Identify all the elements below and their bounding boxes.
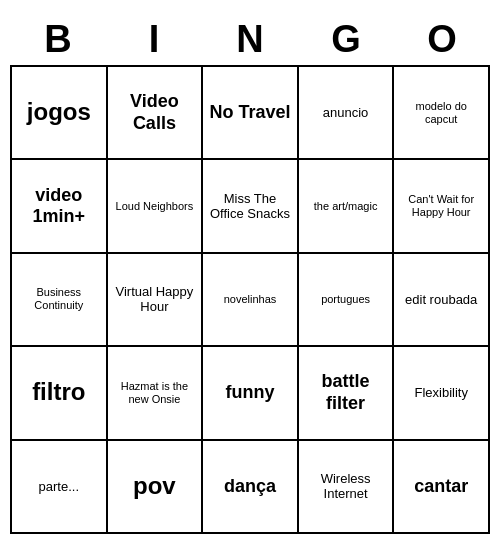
cell-4-1: pov [108,441,204,534]
cell-2-2: novelinhas [203,254,299,347]
cell-2-1: Virtual Happy Hour [108,254,204,347]
cell-2-4: edit roubada [394,254,490,347]
cell-4-4: cantar [394,441,490,534]
bingo-letter: G [302,18,390,61]
cell-1-3: the art/magic [299,160,395,253]
bingo-letter: I [110,18,198,61]
cell-2-3: portugues [299,254,395,347]
cell-1-4: Can't Wait for Happy Hour [394,160,490,253]
bingo-title: BINGO [10,10,490,65]
cell-3-0: filtro [12,347,108,440]
cell-4-2: dança [203,441,299,534]
cell-1-2: Miss The Office Snacks [203,160,299,253]
cell-3-1: Hazmat is the new Onsie [108,347,204,440]
cell-0-4: modelo do capcut [394,67,490,160]
bingo-grid: jogosVideo CallsNo Travelanunciomodelo d… [10,65,490,534]
bingo-letter: B [14,18,102,61]
cell-3-4: Flexibility [394,347,490,440]
cell-1-0: video 1min+ [12,160,108,253]
bingo-letter: N [206,18,294,61]
cell-4-0: parte... [12,441,108,534]
cell-4-3: Wireless Internet [299,441,395,534]
bingo-letter: O [398,18,486,61]
cell-0-2: No Travel [203,67,299,160]
cell-0-1: Video Calls [108,67,204,160]
cell-1-1: Loud Neighbors [108,160,204,253]
cell-0-3: anuncio [299,67,395,160]
cell-2-0: Business Continuity [12,254,108,347]
cell-3-2: funny [203,347,299,440]
cell-0-0: jogos [12,67,108,160]
cell-3-3: battle filter [299,347,395,440]
